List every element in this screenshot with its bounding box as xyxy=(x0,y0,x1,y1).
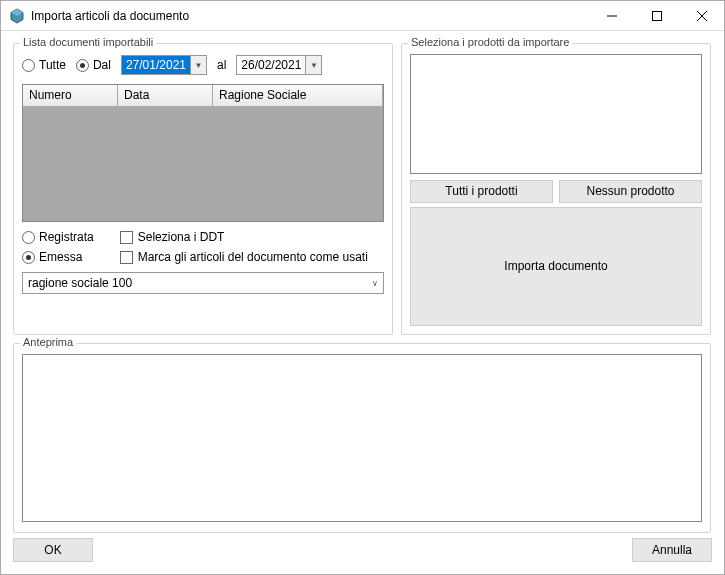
radio-all[interactable]: Tutte xyxy=(22,58,66,72)
radio-icon xyxy=(22,251,35,264)
checkbox-icon xyxy=(120,251,133,264)
preview-area xyxy=(22,354,702,522)
radio-icon xyxy=(22,59,35,72)
checkbox-select-ddt-label: Seleziona i DDT xyxy=(138,230,225,244)
date-filter-row: Tutte Dal 27/01/2021 ▼ al 26/02/2021 ▼ xyxy=(22,54,384,76)
date-from-input[interactable]: 27/01/2021 ▼ xyxy=(121,55,207,75)
minimize-button[interactable] xyxy=(589,1,634,30)
ok-button[interactable]: OK xyxy=(13,538,93,562)
maximize-button[interactable] xyxy=(634,1,679,30)
date-to-input[interactable]: 26/02/2021 ▼ xyxy=(236,55,322,75)
products-group: Seleziona i prodotti da importare Tutti … xyxy=(401,43,711,335)
label-to: al xyxy=(217,58,226,72)
column-company[interactable]: Ragione Sociale xyxy=(213,85,383,107)
titlebar: Importa articoli da documento xyxy=(1,1,724,31)
grid-header: Numero Data Ragione Sociale xyxy=(23,85,383,107)
checkbox-select-ddt[interactable]: Seleziona i DDT xyxy=(120,230,368,244)
checkbox-mark-used-label: Marca gli articoli del documento come us… xyxy=(138,250,368,264)
close-button[interactable] xyxy=(679,1,724,30)
radio-icon xyxy=(76,59,89,72)
radio-registered-label: Registrata xyxy=(39,230,94,244)
documents-group: Lista documenti importabili Tutte Dal 27… xyxy=(13,43,393,335)
app-icon xyxy=(9,8,25,24)
date-from-value: 27/01/2021 xyxy=(122,56,190,74)
svg-line-5 xyxy=(697,11,707,21)
import-document-button[interactable]: Importa documento xyxy=(410,207,702,327)
radio-icon xyxy=(22,231,35,244)
radio-from-label: Dal xyxy=(93,58,111,72)
company-select-value: ragione sociale 100 xyxy=(23,276,367,290)
dropdown-icon[interactable]: ▼ xyxy=(190,56,206,74)
window-buttons xyxy=(589,1,724,30)
preview-legend: Anteprima xyxy=(20,336,76,348)
all-products-button[interactable]: Tutti i prodotti xyxy=(410,180,553,203)
radio-registered[interactable]: Registrata xyxy=(22,230,94,244)
column-number[interactable]: Numero xyxy=(23,85,118,107)
documents-grid[interactable]: Numero Data Ragione Sociale xyxy=(22,84,384,222)
company-select[interactable]: ragione sociale 100 ∨ xyxy=(22,272,384,294)
grid-body-empty xyxy=(23,107,383,221)
date-to-value: 26/02/2021 xyxy=(237,56,305,74)
preview-group: Anteprima xyxy=(13,343,711,533)
radio-all-label: Tutte xyxy=(39,58,66,72)
window-title: Importa articoli da documento xyxy=(31,9,589,23)
products-legend: Seleziona i prodotti da importare xyxy=(408,36,572,48)
svg-line-4 xyxy=(697,11,707,21)
svg-rect-3 xyxy=(652,11,661,20)
column-date[interactable]: Data xyxy=(118,85,213,107)
dropdown-icon[interactable]: ▼ xyxy=(305,56,321,74)
documents-legend: Lista documenti importabili xyxy=(20,36,156,48)
dropdown-icon[interactable]: ∨ xyxy=(367,279,383,288)
products-list[interactable] xyxy=(410,54,702,174)
checkbox-icon xyxy=(120,231,133,244)
radio-from[interactable]: Dal xyxy=(76,58,111,72)
cancel-button[interactable]: Annulla xyxy=(632,538,712,562)
no-products-button[interactable]: Nessun prodotto xyxy=(559,180,702,203)
radio-issued[interactable]: Emessa xyxy=(22,250,94,264)
checkbox-mark-used[interactable]: Marca gli articoli del documento come us… xyxy=(120,250,368,264)
radio-issued-label: Emessa xyxy=(39,250,82,264)
